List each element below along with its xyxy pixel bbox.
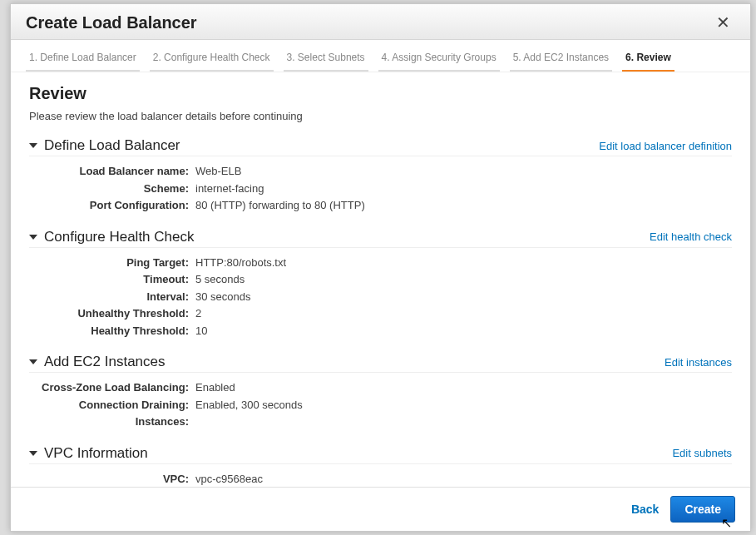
kv-row: Scheme: internet-facing (29, 181, 732, 197)
kv-label: Connection Draining: (29, 397, 195, 414)
kv-label: Load Balancer name: (29, 163, 195, 180)
step-define-load-balancer[interactable]: 1. Define Load Balancer (26, 47, 140, 72)
kv-value (195, 414, 732, 430)
section-define-load-balancer: Define Load Balancer Edit load balancer … (29, 137, 732, 214)
kv-value: HTTP:80/robots.txt (195, 255, 732, 271)
kv-row: Instances: (29, 414, 732, 430)
kv-row: Unhealthy Threshold: 2 (29, 305, 732, 322)
kv-label: VPC: (29, 471, 195, 488)
edit-load-balancer-definition-link[interactable]: Edit load balancer definition (599, 140, 732, 152)
kv-row: Ping Target: HTTP:80/robots.txt (29, 255, 732, 271)
section-header[interactable]: Configure Health Check Edit health check (29, 229, 732, 248)
modal-title: Create Load Balancer (26, 13, 197, 32)
step-review[interactable]: 6. Review (622, 47, 674, 72)
modal-create-load-balancer: Create Load Balancer ✕ 1. Define Load Ba… (10, 3, 751, 532)
back-button[interactable]: Back (631, 503, 659, 516)
section-title: Define Load Balancer (44, 137, 599, 154)
kv-value: Enabled (195, 379, 732, 396)
kv-value: 80 (HTTP) forwarding to 80 (HTTP) (195, 197, 732, 214)
kv-row: Healthy Threshold: 10 (29, 323, 732, 339)
step-select-subnets[interactable]: 3. Select Subnets (284, 47, 368, 72)
kv-value: Web-ELB (195, 163, 732, 180)
section-configure-health-check: Configure Health Check Edit health check… (29, 229, 732, 339)
step-configure-health-check[interactable]: 2. Configure Health Check (150, 47, 274, 72)
kv-row: Timeout: 5 seconds (29, 271, 732, 288)
section-title: VPC Information (44, 445, 672, 462)
kv-label: Unhealthy Threshold: (29, 305, 195, 322)
kv-label: Healthy Threshold: (29, 323, 195, 339)
step-assign-security-groups[interactable]: 4. Assign Security Groups (378, 47, 500, 72)
kv-row: VPC: vpc-c9568eac (29, 471, 732, 488)
kv-value: 30 seconds (195, 289, 732, 305)
edit-subnets-link[interactable]: Edit subnets (672, 447, 732, 459)
section-title: Add EC2 Instances (44, 354, 665, 370)
section-header[interactable]: Define Load Balancer Edit load balancer … (29, 137, 732, 156)
page-description: Please review the load balancer details … (29, 110, 732, 122)
kv-row: Port Configuration: 80 (HTTP) forwarding… (29, 197, 732, 214)
section-title: Configure Health Check (44, 229, 650, 245)
kv-label: Ping Target: (29, 255, 195, 271)
section-vpc-information: VPC Information Edit subnets VPC: vpc-c9… (29, 445, 732, 488)
kv-value: internet-facing (195, 181, 732, 197)
modal-footer: Back Create ↖ (11, 487, 750, 531)
kv-value: 2 (195, 305, 732, 322)
kv-label: Scheme: (29, 181, 195, 197)
kv-label: Cross-Zone Load Balancing: (29, 379, 195, 396)
kv-value: Enabled, 300 seconds (195, 397, 732, 414)
close-icon[interactable]: ✕ (711, 12, 735, 32)
kv-row: Interval: 30 seconds (29, 289, 732, 305)
section-header[interactable]: Add EC2 Instances Edit instances (29, 354, 732, 373)
edit-health-check-link[interactable]: Edit health check (650, 230, 732, 243)
page-title: Review (29, 84, 732, 103)
kv-row: Connection Draining: Enabled, 300 second… (29, 397, 732, 414)
kv-value: vpc-c9568eac (195, 471, 732, 488)
wizard-steps: 1. Define Load Balancer 2. Configure Hea… (11, 40, 750, 72)
caret-down-icon (29, 359, 37, 364)
kv-label: Instances: (29, 414, 195, 430)
kv-value: 10 (195, 323, 732, 339)
kv-label: Port Configuration: (29, 197, 195, 214)
review-content: Review Please review the load balancer d… (11, 72, 750, 487)
caret-down-icon (29, 235, 37, 240)
caret-down-icon (29, 143, 37, 148)
modal-header: Create Load Balancer ✕ (11, 4, 750, 40)
kv-label: Timeout: (29, 271, 195, 288)
section-add-ec2-instances: Add EC2 Instances Edit instances Cross-Z… (29, 354, 732, 430)
caret-down-icon (29, 451, 37, 456)
section-header[interactable]: VPC Information Edit subnets (29, 445, 732, 464)
create-button[interactable]: Create (670, 496, 735, 523)
kv-row: Cross-Zone Load Balancing: Enabled (29, 379, 732, 396)
kv-row: Load Balancer name: Web-ELB (29, 163, 732, 180)
edit-instances-link[interactable]: Edit instances (665, 356, 732, 369)
kv-value: 5 seconds (195, 271, 732, 288)
kv-label: Interval: (29, 289, 195, 305)
step-add-ec2-instances[interactable]: 5. Add EC2 Instances (510, 47, 612, 72)
